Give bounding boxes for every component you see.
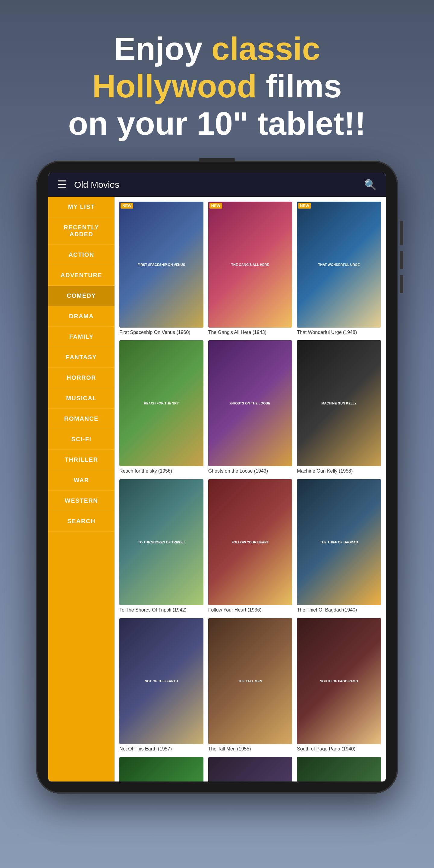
sidebar-item-my-list[interactable]: MY LIST <box>48 197 115 217</box>
movie-card[interactable]: THE THIEF OF BAGDADThe Thief Of Bagdad (… <box>297 479 381 613</box>
movie-title: The Thief Of Bagdad (1940) <box>297 607 381 613</box>
movie-poster: THAT WONDERFUL URGE <box>297 202 381 328</box>
movie-poster: ABBOTT & COSTELLO THE TIME OF THEIR LIVE… <box>119 757 204 781</box>
movie-poster: THE TALL MEN <box>208 618 292 744</box>
sidebar-item-horror[interactable]: HORROR <box>48 368 115 388</box>
movie-title: The Gang's All Here (1943) <box>208 330 292 336</box>
movie-poster: THE THIEF OF BAGDAD <box>297 479 381 605</box>
sidebar-item-adventure[interactable]: ADVENTURE <box>48 265 115 286</box>
movie-card[interactable]: TO THE SHORES OF TRIPOLITo The Shores Of… <box>119 479 204 613</box>
movie-title: Not Of This Earth (1957) <box>119 746 204 752</box>
power-button[interactable] <box>400 221 403 245</box>
new-badge: NEW <box>121 203 133 209</box>
movie-title: To The Shores Of Tripoli (1942) <box>119 607 204 613</box>
movie-card[interactable]: THAT WONDERFUL URGENEWThat Wonderful Urg… <box>297 202 381 336</box>
movie-card[interactable]: ABBOTT & COSTELLO THE TIME OF THEIR LIVE… <box>119 757 204 781</box>
movie-poster: MACHINE GUN KELLY <box>297 340 381 466</box>
sidebar-item-search[interactable]: SEARCH <box>48 511 115 532</box>
sidebar-item-recently-added[interactable]: RECENTLY ADDED <box>48 217 115 245</box>
movie-card[interactable]: REACH FOR THE SKYReach for the sky (1956… <box>119 340 204 474</box>
movie-grid: FIRST SPACESHIP ON VENUSNEWFirst Spacesh… <box>115 197 386 781</box>
movie-poster: FOLLOW YOUR HEART <box>208 479 292 605</box>
app-title: Old Movies <box>74 180 364 190</box>
movie-title: The Tall Men (1955) <box>208 746 292 752</box>
movie-card[interactable]: SOUTH OF PAGO PAGOSouth of Pago Pago (19… <box>297 618 381 752</box>
hero-text-enjoy: Enjoy <box>114 30 212 67</box>
sidebar-item-war[interactable]: WAR <box>48 470 115 491</box>
tablet-screen: ☰ Old Movies 🔍 MY LISTRECENTLY ADDEDACTI… <box>48 173 386 781</box>
movie-card[interactable]: FIRST SPACESHIP ON VENUSNEWFirst Spacesh… <box>119 202 204 336</box>
sidebar-item-sci-fi[interactable]: SCI-FI <box>48 429 115 450</box>
movie-title: South of Pago Pago (1940) <box>297 746 381 752</box>
movie-card[interactable]: MACHINE GUN KELLYMachine Gun Kelly (1958… <box>297 340 381 474</box>
volume-up-button[interactable] <box>400 251 403 269</box>
app-bar: ☰ Old Movies 🔍 <box>48 173 386 197</box>
movie-title: Ghosts on the Loose (1943) <box>208 468 292 474</box>
hero-text-films: films <box>257 68 342 104</box>
movie-card[interactable]: THE TALL MENThe Tall Men (1955) <box>208 618 292 752</box>
hero-text-classic: classic <box>212 30 320 67</box>
hero-section: Enjoy classic Hollywood films on your 10… <box>0 0 434 161</box>
sidebar-item-comedy[interactable]: COMEDY <box>48 286 115 306</box>
sidebar-item-musical[interactable]: MUSICAL <box>48 388 115 409</box>
movie-poster: GHOSTS ON THE LOOSE <box>208 340 292 466</box>
movie-poster: NOT OF THIS EARTH <box>119 618 204 744</box>
new-badge: NEW <box>298 203 311 209</box>
sidebar-item-family[interactable]: FAMILY <box>48 327 115 347</box>
movie-card[interactable]: FOLLOW YOUR HEARTFollow Your Heart (1936… <box>208 479 292 613</box>
hero-text-hollywood: Hollywood <box>92 68 257 104</box>
sidebar-item-drama[interactable]: DRAMA <box>48 306 115 327</box>
movie-title: Reach for the sky (1956) <box>119 468 204 474</box>
new-badge: NEW <box>210 203 222 209</box>
movie-poster: REACH FOR THE SKY <box>119 340 204 466</box>
movie-poster: THE GANG'S ALL HERE <box>208 202 292 328</box>
movie-title: Machine Gun Kelly (1958) <box>297 468 381 474</box>
hero-text-tablet: on your 10" tablet!! <box>68 105 366 142</box>
sidebar-item-fantasy[interactable]: FANTASY <box>48 347 115 368</box>
movie-card[interactable]: NOT OF THIS EARTHNot Of This Earth (1957… <box>119 618 204 752</box>
movie-card[interactable]: PARDON MY SARONGPardon My Sarong (1942) <box>208 757 292 781</box>
movie-card[interactable]: GHOSTS ON THE LOOSEGhosts on the Loose (… <box>208 340 292 474</box>
movie-title: Follow Your Heart (1936) <box>208 607 292 613</box>
tablet-device: ☰ Old Movies 🔍 MY LISTRECENTLY ADDEDACTI… <box>36 161 398 794</box>
movie-card[interactable]: CAPTAIN PIRATECaptain Pirate (1952) <box>297 757 381 781</box>
content-area: MY LISTRECENTLY ADDEDACTIONADVENTURECOME… <box>48 197 386 781</box>
sidebar-item-western[interactable]: WESTERN <box>48 491 115 511</box>
hamburger-menu-icon[interactable]: ☰ <box>57 179 67 191</box>
sidebar: MY LISTRECENTLY ADDEDACTIONADVENTURECOME… <box>48 197 115 781</box>
movie-card[interactable]: THE GANG'S ALL HERENEWThe Gang's All Her… <box>208 202 292 336</box>
movie-poster: SOUTH OF PAGO PAGO <box>297 618 381 744</box>
sidebar-item-action[interactable]: ACTION <box>48 245 115 265</box>
movie-poster: CAPTAIN PIRATE <box>297 757 381 781</box>
movie-poster: FIRST SPACESHIP ON VENUS <box>119 202 204 328</box>
movie-title: That Wonderful Urge (1948) <box>297 330 381 336</box>
movie-title: First Spaceship On Venus (1960) <box>119 330 204 336</box>
movie-poster: PARDON MY SARONG <box>208 757 292 781</box>
movie-poster: TO THE SHORES OF TRIPOLI <box>119 479 204 605</box>
search-icon[interactable]: 🔍 <box>364 179 377 191</box>
volume-down-button[interactable] <box>400 275 403 293</box>
sidebar-item-romance[interactable]: ROMANCE <box>48 409 115 429</box>
sidebar-item-thriller[interactable]: THRILLER <box>48 450 115 470</box>
